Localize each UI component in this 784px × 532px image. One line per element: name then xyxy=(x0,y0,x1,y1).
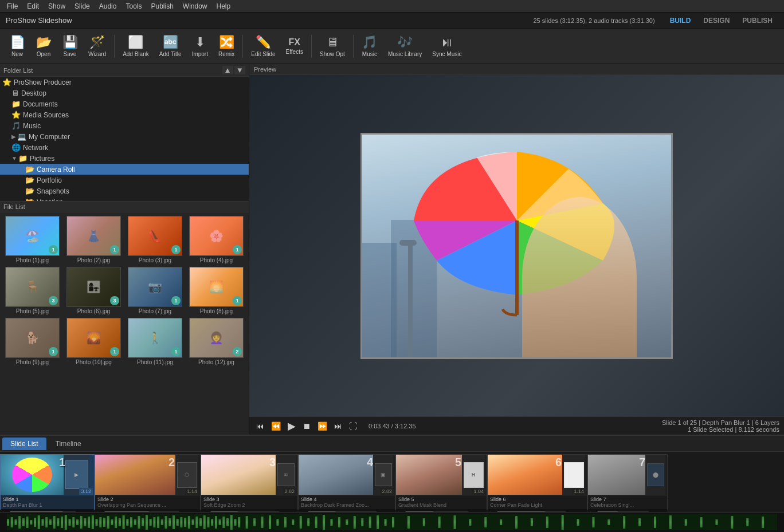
slide-item-6[interactable]: 6 1.14 Slide 6 Corner Pan Fade Light ▶ 1… xyxy=(487,454,587,510)
slide-item-7[interactable]: ⬤ 7 Slide 7 Celebration Singl... ▶ 4.512 xyxy=(587,454,668,510)
slide-count-info: 25 slides (3:12.35), 2 audio tracks (3:3… xyxy=(533,17,654,24)
svg-rect-84 xyxy=(407,516,410,529)
tree-item-portfolio[interactable]: 📂 Portfolio xyxy=(0,175,249,186)
menu-show[interactable]: Show xyxy=(44,0,70,12)
file-name-8: Photo (8).jpg xyxy=(200,308,233,314)
svg-rect-59 xyxy=(222,517,225,528)
menu-slide[interactable]: Slide xyxy=(70,0,95,12)
slide-item-3[interactable]: ≋ 3 2.82 Slide 3 Soft Edge Zoom 2 ▶ 4.51… xyxy=(201,454,298,510)
effects-icon: FX xyxy=(289,37,300,48)
tree-item-camera-roll[interactable]: 📂 Camera Roll xyxy=(0,164,249,175)
menu-edit[interactable]: Edit xyxy=(22,0,44,12)
file-thumb-6: 👩‍👧 3 xyxy=(66,267,121,307)
mode-design-button[interactable]: DESIGN xyxy=(697,15,735,26)
toolbar-addtitle-button[interactable]: 🔤 Add Title xyxy=(155,30,186,62)
editslide-icon: ✏️ xyxy=(256,35,271,50)
svg-rect-11 xyxy=(38,515,40,529)
desktop-icon: 🖥 xyxy=(11,89,19,97)
toolbar-addblank-button[interactable]: ⬜ Add Blank xyxy=(118,30,154,62)
mode-build-button[interactable]: BUILD xyxy=(664,15,697,26)
file-item-5[interactable]: 🪑 3 Photo (5).jpg xyxy=(2,266,62,316)
menu-tools[interactable]: Tools xyxy=(121,0,146,12)
svg-rect-64 xyxy=(246,516,248,529)
slide-effect-4: Backdrop Dark Framed Zoo... xyxy=(301,502,393,508)
file-item-10[interactable]: 🌄 1 Photo (10).jpg xyxy=(64,317,124,367)
rewind-button[interactable]: ⏪ xyxy=(269,420,283,432)
svg-rect-34 xyxy=(126,519,128,526)
slide-item-5[interactable]: H 5 1.04 Slide 5 Gradient Mask Blend ▶ 5… xyxy=(395,454,487,510)
title-bar: ProShow Slideshow 25 slides (3:12.35), 2… xyxy=(0,13,784,29)
tree-item-network[interactable]: 🌐 Network xyxy=(0,142,249,153)
svg-rect-87 xyxy=(454,515,456,529)
file-item-3[interactable]: 👠 1 Photo (3).jpg xyxy=(125,215,185,265)
toolbar-showopt-button[interactable]: 🖥 Show Opt xyxy=(315,30,350,62)
svg-rect-19 xyxy=(69,519,71,526)
proshow-producer-icon: ⭐ xyxy=(2,78,11,86)
file-item-4[interactable]: 🌸 1 Photo (4).jpg xyxy=(186,215,246,265)
skip-start-button[interactable]: ⏮ xyxy=(254,420,266,432)
svg-rect-7 xyxy=(22,518,25,526)
file-item-6[interactable]: 👩‍👧 3 Photo (6).jpg xyxy=(64,266,124,316)
toolbar-remix-button[interactable]: 🔀 Remix xyxy=(214,30,239,62)
folder-scroll-up[interactable]: ▲ xyxy=(222,66,233,74)
tree-item-pictures[interactable]: ▼ 📁 Pictures xyxy=(0,153,249,164)
slide-dur-badge-4: 2.82 xyxy=(380,488,394,495)
svg-rect-91 xyxy=(515,516,518,529)
menu-file[interactable]: File xyxy=(2,0,22,12)
toolbar-editslide-button[interactable]: ✏️ Edit Slide xyxy=(246,30,280,62)
tree-item-documents[interactable]: 📁 Documents xyxy=(0,98,249,109)
tree-label-snapshots: Snapshots xyxy=(37,187,69,195)
svg-rect-69 xyxy=(284,517,287,527)
file-item-2[interactable]: 👗 1 Photo (2).jpg xyxy=(64,215,124,265)
forward-button[interactable]: ⏩ xyxy=(315,420,330,432)
slide-item-1[interactable]: ▶ 1 3.12 Slide 1 Depth Pan Blur 1 ▶ 4.99… xyxy=(0,454,95,510)
tree-item-snapshots[interactable]: 📂 Snapshots xyxy=(0,186,249,196)
toolbar-save-button[interactable]: 💾 Save xyxy=(57,30,83,62)
toolbar-import-button[interactable]: ⬇ Import xyxy=(187,30,213,62)
slide-item-4[interactable]: ▣ 4 2.82 Slide 4 Backdrop Dark Framed Zo… xyxy=(298,454,395,510)
file-name-1: Photo (1).jpg xyxy=(16,257,49,263)
toolbar-new-button[interactable]: 📄 New xyxy=(5,30,30,62)
file-item-7[interactable]: 📷 1 Photo (7).jpg xyxy=(125,266,185,316)
folder-list-title: Folder List xyxy=(3,67,33,74)
mode-publish-button[interactable]: PUBLISH xyxy=(736,15,778,26)
tab-slide-list[interactable]: Slide List xyxy=(2,438,46,450)
toolbar-effects-button[interactable]: FX Effects xyxy=(281,30,308,62)
file-item-11[interactable]: 🚶 1 Photo (11).jpg xyxy=(125,317,185,367)
tree-item-proshow-producer[interactable]: ⭐ ProShow Producer xyxy=(0,77,249,88)
tree-item-mycomputer[interactable]: ▶ 💻 My Computer xyxy=(0,131,249,142)
svg-rect-107 xyxy=(762,517,764,528)
toolbar-open-button[interactable]: 📂 Open xyxy=(31,30,56,62)
toolbar-syncmusic-label: Sync Music xyxy=(432,51,461,57)
svg-rect-31 xyxy=(115,517,117,528)
menu-publish[interactable]: Publish xyxy=(146,0,178,12)
fullscreen-button[interactable]: ⛶ xyxy=(347,420,359,432)
slide-effect-6: Corner Pan Fade Light xyxy=(490,502,585,508)
folder-scroll-down[interactable]: ▼ xyxy=(234,66,245,74)
slide-name-4: Slide 4 xyxy=(301,496,393,502)
file-item-1[interactable]: 🏖️ 1 Photo (1).jpg xyxy=(2,215,62,265)
slide-name-5: Slide 5 xyxy=(398,496,484,502)
toolbar-musiclibrary-button[interactable]: 🎶 Music Library xyxy=(383,30,426,62)
menu-audio[interactable]: Audio xyxy=(95,0,121,12)
menu-help[interactable]: Help xyxy=(212,0,236,12)
tree-item-media-sources[interactable]: ⭐ Media Sources xyxy=(0,109,249,120)
wizard-icon: 🪄 xyxy=(89,35,105,50)
skip-end-button[interactable]: ⏭ xyxy=(332,420,344,432)
tree-item-desktop[interactable]: 🖥 Desktop xyxy=(0,88,249,98)
toolbar-wizard-button[interactable]: 🪄 Wizard xyxy=(84,30,111,62)
tree-item-music[interactable]: 🎵 Music xyxy=(0,120,249,131)
stop-button[interactable]: ⏹ xyxy=(300,420,313,432)
tab-timeline[interactable]: Timeline xyxy=(48,438,89,450)
tree-item-vacation[interactable]: 📂 Vacation xyxy=(0,196,249,202)
file-item-12[interactable]: 👩‍🦱 2 Photo (12).jpg xyxy=(186,317,246,367)
menu-window[interactable]: Window xyxy=(178,0,212,12)
file-item-8[interactable]: 🌅 1 Photo (8).jpg xyxy=(186,266,246,316)
play-button[interactable]: ▶ xyxy=(285,419,298,434)
showopt-icon: 🖥 xyxy=(326,35,339,50)
file-item-9[interactable]: 🐕 1 Photo (9).jpg xyxy=(2,317,62,367)
toolbar-music-button[interactable]: 🎵 Music xyxy=(357,30,382,62)
slide-item-2[interactable]: ⬡ 2 1.14 Slide 2 Overlapping Pan Sequenc… xyxy=(95,454,201,510)
toolbar-effects-label: Effects xyxy=(286,49,303,55)
toolbar-syncmusic-button[interactable]: ⏯ Sync Music xyxy=(428,30,466,62)
